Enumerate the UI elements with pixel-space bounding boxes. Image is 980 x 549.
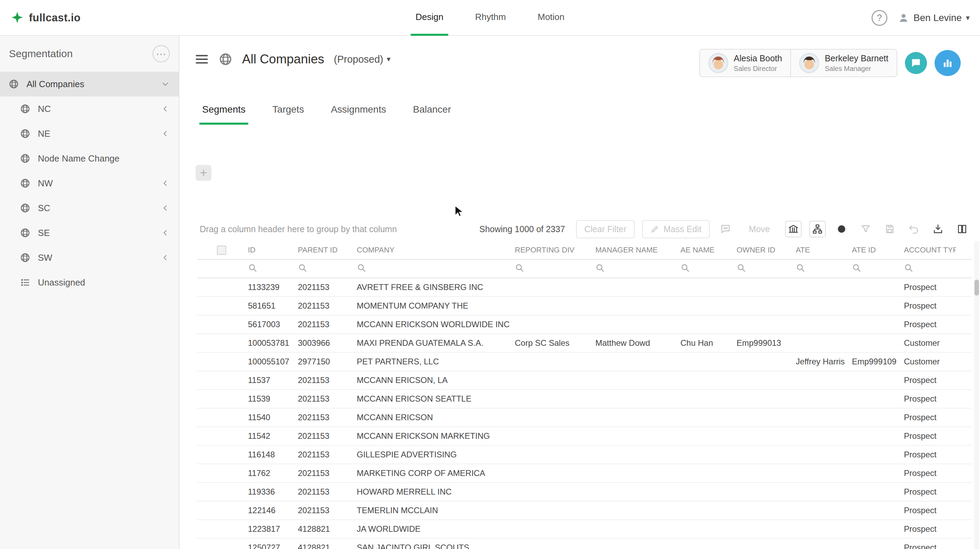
person-name: Berkeley Barnett [825, 53, 888, 64]
cell-company: MCCANN ERICSON [353, 413, 511, 422]
column-header-id[interactable]: ID [244, 245, 294, 255]
cell-company: MARKETING CORP OF AMERICA [353, 468, 511, 478]
export-button[interactable] [930, 221, 946, 237]
sidebar-item-all-companies[interactable]: All Companies [0, 72, 179, 96]
table-row[interactable]: 1000537813003966MAXI PRENDA GUATEMALA S.… [197, 334, 972, 353]
scrollbar-thumb[interactable] [975, 280, 979, 296]
column-header-ae-name[interactable]: AE NAME [676, 245, 732, 255]
undo-button[interactable] [905, 221, 922, 237]
table-row[interactable]: 115372021153MCCANN ERICSON, LAProspect [197, 371, 972, 390]
cell-company: MCCANN ERICKSON WORLDWIDE INC [353, 320, 511, 329]
tab-targets[interactable]: Targets [270, 96, 307, 125]
person-card-berkeley-barnett[interactable]: Berkeley Barnett Sales Manager [790, 49, 897, 76]
filter-cell-owner-id[interactable] [732, 263, 792, 275]
brand-logo[interactable]: fullcast.io [10, 0, 81, 36]
tab-segments[interactable]: Segments [199, 96, 248, 125]
help-button[interactable]: ? [872, 10, 888, 26]
cell-ate-id: Emp999109 [848, 357, 900, 366]
cell-company: SAN JACINTO GIRL SCOUTS [353, 543, 511, 549]
bank-view-button[interactable] [785, 221, 802, 237]
table-row[interactable]: 1193362021153HOWARD MERRELL INCProspect [197, 483, 972, 501]
scenario-dropdown[interactable]: (Proposed) ▾ [334, 54, 391, 65]
table-row[interactable]: 115422021153MCCANN ERICKSON MARKETINGPro… [197, 427, 972, 446]
table-row[interactable]: 11332392021153AVRETT FREE & GINSBERG INC… [197, 278, 972, 297]
cell-company: MCCANN ERICSON SEATTLE [353, 394, 511, 404]
chat-button[interactable] [905, 52, 927, 74]
vertical-scrollbar[interactable] [974, 241, 979, 549]
column-header-manager-name[interactable]: MANAGER NAME [591, 245, 676, 255]
user-name: Ben Levine [913, 13, 962, 24]
table-row[interactable]: 1161482021153GILLESPIE ADVERTISINGProspe… [197, 446, 972, 464]
sidebar-item-ne[interactable]: NE [0, 121, 179, 146]
table-row[interactable]: 115402021153MCCANN ERICSONProspect [197, 409, 972, 427]
select-all-checkbox[interactable] [217, 245, 226, 255]
table-row[interactable]: 12507274128821SAN JACINTO GIRL SCOUTSPro… [197, 539, 972, 549]
sidebar-item-nw[interactable]: NW [0, 171, 179, 196]
column-header-ate[interactable]: ATE [792, 245, 848, 255]
filter-cell-ate[interactable] [792, 263, 848, 275]
add-button[interactable]: + [196, 165, 212, 181]
grid-header-row: IDPARENT IDCOMPANYREPORTING DIVMANAGER N… [197, 241, 972, 260]
record-circle-button[interactable] [833, 221, 850, 237]
column-header-reporting-div[interactable]: REPORTING DIV [511, 245, 591, 255]
metrics-button[interactable] [935, 50, 961, 76]
table-row[interactable]: 117622021153MARKETING CORP OF AMERICAPro… [197, 464, 972, 483]
save-button[interactable] [881, 221, 898, 237]
top-nav-motion[interactable]: Motion [533, 0, 569, 36]
sidebar-item-node-name-change[interactable]: Node Name Change [0, 146, 179, 171]
hierarchy-view-button[interactable] [809, 221, 826, 237]
top-nav-design[interactable]: Design [411, 0, 448, 36]
cell-parent-id: 2021153 [294, 450, 353, 460]
table-row[interactable]: 12238174128821JA WORLDWIDEProspect [197, 520, 972, 539]
tab-assignments[interactable]: Assignments [328, 96, 389, 125]
cell-company: MAXI PRENDA GUATEMALA S.A. [353, 338, 511, 348]
table-row[interactable]: 115392021153MCCANN ERICSON SEATTLEProspe… [197, 390, 972, 409]
filter-cell-parent-id[interactable] [294, 263, 353, 275]
column-header-company[interactable]: COMPANY [353, 245, 511, 255]
filter-button[interactable] [858, 221, 874, 237]
mass-edit-button[interactable]: Mass Edit [642, 220, 710, 238]
filter-cell-ae-name[interactable] [676, 263, 732, 275]
cell-reporting-div: Corp SC Sales [511, 338, 591, 348]
table-row[interactable]: 5816512021153MOMENTUM COMPANY THEProspec… [197, 297, 972, 315]
sidebar-item-sc[interactable]: SC [0, 196, 179, 220]
top-right-controls: ? Ben Levine ▾ [872, 0, 970, 36]
column-header-owner-id[interactable]: OWNER ID [732, 245, 792, 255]
table-row[interactable]: 1000551072977150PET PARTNERS, LLCJeffrey… [197, 353, 972, 371]
top-nav-rhythm[interactable]: Rhythm [470, 0, 511, 36]
tab-balancer[interactable]: Balancer [410, 96, 454, 125]
columns-icon [956, 224, 967, 234]
person-card-alesia-booth[interactable]: Alesia Booth Sales Director [700, 49, 790, 76]
sidebar-header: Segmentation ⋯ [0, 36, 179, 72]
column-header-account-type[interactable]: ACCOUNT TYPE [900, 245, 956, 255]
table-row[interactable]: 1221462021153TEMERLIN MCCLAINProspect [197, 501, 972, 520]
column-header-parent-id[interactable]: PARENT ID [294, 245, 353, 255]
bar-chart-icon [942, 57, 953, 69]
cell-account-type: Prospect [900, 487, 956, 496]
sidebar-item-unassigned[interactable]: Unassigned [0, 270, 179, 295]
table-row[interactable]: 56170032021153MCCANN ERICKSON WORLDWIDE … [197, 315, 972, 334]
cell-parent-id: 2021153 [294, 468, 353, 478]
comment-button[interactable] [717, 221, 734, 237]
sidebar-item-se[interactable]: SE [0, 220, 179, 245]
sidebar-menu-button[interactable]: ⋯ [153, 45, 170, 62]
cell-parent-id: 2977150 [294, 357, 353, 366]
filter-cell-reporting-div[interactable] [511, 263, 591, 275]
move-button[interactable]: Move [741, 221, 778, 238]
list-icon [20, 277, 30, 288]
filter-cell-id[interactable] [244, 263, 294, 275]
grid-filter-row [197, 260, 972, 278]
filter-cell-account-type[interactable] [900, 263, 956, 275]
comment-icon [720, 224, 731, 234]
hamburger-menu-icon[interactable] [194, 52, 209, 67]
page-title-row: All Companies (Proposed) ▾ [194, 45, 390, 73]
user-menu[interactable]: Ben Levine ▾ [898, 12, 970, 24]
column-header-ate-id[interactable]: ATE ID [848, 245, 900, 255]
filter-cell-company[interactable] [353, 263, 511, 275]
clear-filter-button[interactable]: Clear Filter [576, 220, 635, 238]
column-chooser-button[interactable] [954, 221, 970, 237]
filter-cell-ate-id[interactable] [848, 263, 900, 275]
sidebar-item-nc[interactable]: NC [0, 96, 179, 121]
sidebar-item-sw[interactable]: SW [0, 245, 179, 270]
filter-cell-manager-name[interactable] [591, 263, 676, 275]
